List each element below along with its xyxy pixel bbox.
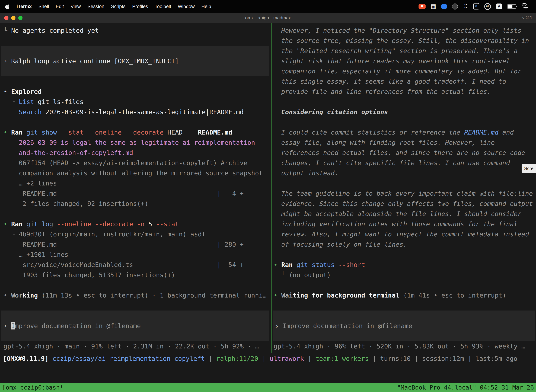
menu-item-iterm2[interactable]: iTerm2 [17,4,32,9]
terminal-line: might be acceptable alongside the file l… [272,209,536,219]
terminal-line: • Working (11m 13s • esc to interrupt) ·… [0,290,271,300]
terminal-line: output instead. [272,168,536,178]
terminal-line: • Explored [0,86,271,97]
tmux-status-bar: [omx-cczip0:bash* "MacBook-Pro-44.local"… [0,383,536,392]
terminal-line: └ List git ls-files [0,97,271,107]
terminal-output: gpt-5.4 xhigh · main · 91% left · 2.31M … [0,341,271,351]
window-title: omx --xhigh --madmax [245,15,291,20]
blue-app-icon[interactable] [441,4,447,9]
terminal-line: references need actual files, and since … [272,148,536,158]
terminal-line: the source tree, missing the essay. Stil… [272,36,536,46]
terminal-output: However, I noticed the "Directory Struct… [272,25,536,311]
terminal-line: and-the-erosion-of-copyleft.md [0,148,271,158]
terminal-line: slight risk that future readers may over… [272,56,536,66]
terminal-line [272,97,536,107]
terminal-line: evidence. Since this change only affects… [272,198,536,209]
battery-icon[interactable] [507,4,516,9]
terminal-line [0,209,271,219]
terminal-line [272,280,536,290]
menu-item-edit[interactable]: Edit [56,4,64,9]
gauge-icon[interactable]: 61 [484,3,491,10]
terminal-line [0,117,271,127]
menu-bar: iTerm2ShellEditViewSessionScriptsProfile… [0,0,536,13]
terminal-line: Considering citation options [272,107,536,117]
apple-menu-icon[interactable] [5,4,10,9]
minimize-button[interactable] [11,16,15,20]
terminal-line: • Waiting for background terminal (1m 41… [272,290,536,300]
terminal-output: └ No agents completed yet [0,25,271,36]
terminal-line: … +2 lines [0,178,271,188]
terminal-line [272,117,536,127]
dots-grid-icon[interactable] [463,3,468,9]
ralph-loop-banner: › Ralph loop active continue [OMX_TMUX_I… [1,46,269,76]
screen-recording-stop-icon[interactable] [419,4,426,9]
terminal-line: review. Also, I might want to inspect th… [272,229,536,239]
menu-items: iTerm2ShellEditViewSessionScriptsProfile… [17,4,211,9]
menu-item-shell[interactable]: Shell [38,4,49,9]
terminal-line [272,178,536,188]
terminal-line: gpt-5.4 xhigh · main · 91% left · 2.31M … [0,341,271,351]
terminal-line: 2026-03-09-is-legal-the-same-as-legitima… [0,137,271,148]
terminal-line: essay file, along with finding root file… [272,137,536,148]
screen-share-chip[interactable]: Scre [522,164,536,173]
grid-icon[interactable] [431,3,436,9]
terminal-line: I could cite commit statistics or refere… [272,127,536,137]
traffic-lights [4,13,23,23]
terminal-line: README.md | 4 + [0,188,271,198]
desktop: iTerm2ShellEditViewSessionScriptsProfile… [0,0,536,392]
terminal-line: └ 067f154 (HEAD -> essay/ai-reimplementa… [0,158,271,168]
terminal-line [272,300,536,311]
right-pane[interactable]: However, I noticed the "Directory Struct… [272,23,536,353]
terminal-line: └ (no output) [272,270,536,280]
menu-item-window[interactable]: Window [178,4,195,9]
terminal-line: › Improve documentation in @filename [273,321,535,331]
iterm2-window: iTerm2ShellEditViewSessionScriptsProfile… [0,0,536,392]
phone-icon[interactable]: 8 [474,3,479,9]
menu-item-scripts[interactable]: Scripts [111,4,125,9]
terminal-line: • Ran git status --short [272,260,536,270]
terminal-line: provide file and line references from th… [272,86,536,97]
wifi-icon[interactable] [523,7,528,9]
terminal-line: of focusing solely on file lines. [272,239,536,249]
terminal-line: • Ran git show --stat --oneline --decora… [0,127,271,137]
terminal-line: src/voice/voiceModeEnabled.ts | 54 + [0,260,271,270]
terminal-line: … +1901 lines [0,249,271,260]
input-source-icon[interactable]: A [496,4,502,9]
terminal-line: › Improve documentation in @filename [1,321,269,331]
terminal-line: companion file, especially if more comme… [272,66,536,76]
menu-item-session[interactable]: Session [87,4,104,9]
terminal-line: companion analysis without altering the … [0,168,271,178]
terminal-line: Search 2026-03-09-is-legal-the-same-as-l… [0,107,271,117]
terminal-line: • Ran git log --oneline --decorate -n 5 … [0,219,271,229]
terminal-line: └ 4b9d30f (origin/main, instructkr/main,… [0,229,271,239]
terminal-line: └ No agents completed yet [0,25,271,36]
tmux-host-time: "MacBook-Pro-44.local" 04:52 31-Mar-26 [397,384,534,391]
tmux-session-name: [omx-cczip0:bash* [2,384,63,391]
terminal-line: the "Related research writing" section i… [272,46,536,56]
menu-item-view[interactable]: View [71,4,81,9]
title-bar: omx --xhigh --madmax ⌥⌘1 [0,13,536,23]
terminal-line: 2 files changed, 92 insertions(+) [0,198,271,209]
terminal-line [0,280,271,290]
terminal-output: • Explored └ List git ls-files Search 20… [0,76,271,311]
terminal-output: gpt-5.4 xhigh · 96% left · 520K in · 5.8… [272,341,536,351]
left-pane[interactable]: └ No agents completed yet› Ralph loop ac… [0,23,271,353]
circle-app-icon[interactable] [452,3,458,9]
terminal-line: › Ralph loop active continue [OMX_TMUX_I… [1,56,269,66]
menu-item-help[interactable]: Help [201,4,211,9]
menu-item-toolbelt[interactable]: Toolbelt [155,4,171,9]
menu-item-profiles[interactable]: Profiles [132,4,148,9]
terminal-line: README.md | 280 + [0,239,271,249]
prompt-input[interactable]: › Improve documentation in @filename [1,311,269,341]
terminal-line [0,300,271,311]
terminal-line: 1903 files changed, 513517 insertions(+) [0,270,271,280]
terminal-line [272,249,536,260]
terminal-line: gpt-5.4 xhigh · 96% left · 520K in · 5.8… [272,341,536,351]
terminal-line: The team guideline is to back every impo… [272,188,536,198]
window-shortcut-hint: ⌥⌘1 [521,15,532,20]
prompt-input[interactable]: › Improve documentation in @filename [273,311,535,341]
terminal-area: └ No agents completed yet› Ralph loop ac… [0,23,536,353]
close-button[interactable] [4,16,9,20]
zoom-button[interactable] [18,16,23,20]
terminal-line: changes, I can't cite specific file line… [272,158,536,168]
